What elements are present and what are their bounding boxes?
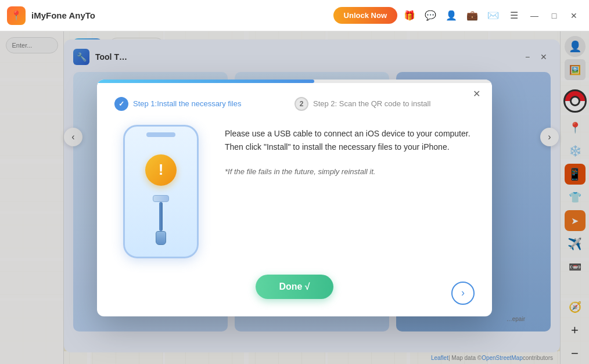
step-1: ✓ Step 1:Install the necessary files xyxy=(114,97,294,111)
unlock-now-button[interactable]: Unlock Now xyxy=(333,7,397,24)
user-icon[interactable]: 👤 xyxy=(443,7,460,24)
instruction-note-text: *If the file fails in the future, simply… xyxy=(225,166,475,178)
step-2: 2 Step 2: Scan the QR code to install xyxy=(294,97,475,111)
modal-content: ! Please use a USB cable to connect an i… xyxy=(97,125,492,258)
progress-bar-container xyxy=(97,80,492,83)
install-modal: ✕ ✓ Step 1:Install the necessary files 2… xyxy=(97,80,492,316)
titlebar-actions: Unlock Now 🎁 💬 👤 💼 ✉️ ☰ — □ ✕ xyxy=(333,7,582,24)
step-2-circle: 2 xyxy=(294,97,308,111)
done-button[interactable]: Done √ xyxy=(256,275,333,299)
maximize-button[interactable]: □ xyxy=(546,8,562,24)
next-button-container: › xyxy=(451,282,475,305)
gift-icon[interactable]: 🎁 xyxy=(401,7,418,24)
done-button-container: Done √ xyxy=(97,275,492,299)
phone-illustration: ! xyxy=(114,125,207,258)
chat-icon[interactable]: 💬 xyxy=(422,7,439,24)
close-button[interactable]: ✕ xyxy=(566,8,582,24)
next-button[interactable]: › xyxy=(451,282,475,305)
briefcase-icon[interactable]: 💼 xyxy=(464,7,481,24)
instructions: Please use a USB cable to connect an iOS… xyxy=(225,125,475,178)
cable-connector xyxy=(153,195,169,202)
phone-notch xyxy=(146,132,175,137)
modal-close-button[interactable]: ✕ xyxy=(469,87,484,102)
step-1-check: ✓ xyxy=(118,100,124,108)
instruction-main-text: Please use a USB cable to connect an iOS… xyxy=(225,127,475,155)
mail-icon[interactable]: ✉️ xyxy=(484,7,502,24)
progress-bar-fill xyxy=(97,80,314,83)
minimize-button[interactable]: — xyxy=(526,8,543,24)
app-title: iMyFone AnyTo xyxy=(31,10,333,20)
titlebar: 📍 iMyFone AnyTo Unlock Now 🎁 💬 👤 💼 ✉️ ☰ … xyxy=(0,0,589,31)
cable-plug xyxy=(156,231,166,245)
step-2-label: Step 2: Scan the QR code to install xyxy=(313,99,430,108)
phone-cable xyxy=(153,195,169,245)
logo-emoji: 📍 xyxy=(10,10,22,21)
menu-icon[interactable]: ☰ xyxy=(505,7,523,24)
step-1-circle: ✓ xyxy=(114,97,128,111)
phone-body: ! xyxy=(123,125,199,258)
step-1-label: Step 1:Install the necessary files xyxy=(133,99,241,108)
steps-header: ✓ Step 1:Install the necessary files 2 S… xyxy=(97,97,492,111)
step-2-number: 2 xyxy=(300,100,304,108)
cable-wire xyxy=(159,202,163,231)
app-logo: 📍 xyxy=(7,6,26,25)
modal-overlay: ✕ ✓ Step 1:Install the necessary files 2… xyxy=(0,31,589,364)
phone-warning-icon: ! xyxy=(145,154,177,186)
